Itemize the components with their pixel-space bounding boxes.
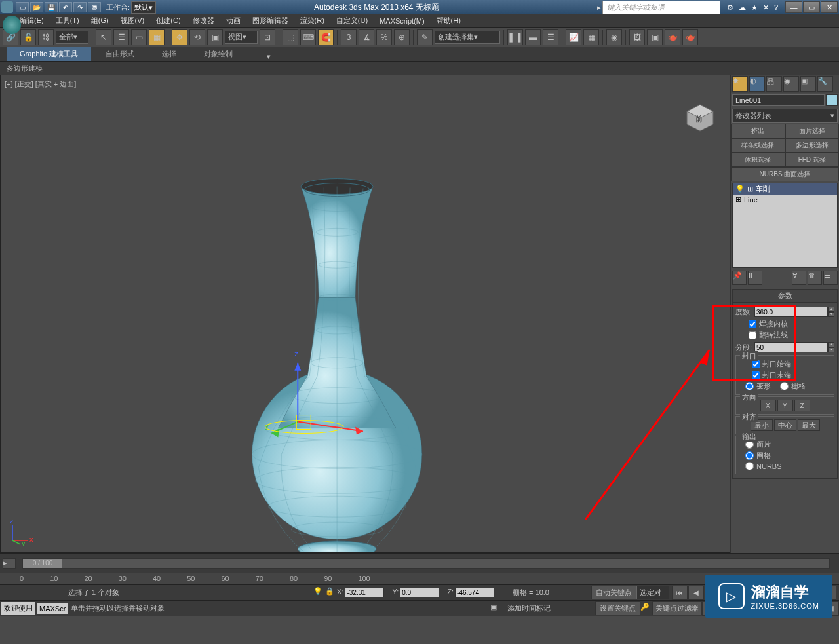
select-region-icon[interactable]: ▭ <box>131 29 147 45</box>
menu-view[interactable]: 视图(V) <box>121 16 145 26</box>
remove-mod-icon[interactable]: 🗑 <box>808 271 822 285</box>
render-frame-icon[interactable]: ▣ <box>647 29 663 45</box>
x-coord-input[interactable] <box>345 588 384 597</box>
auto-key-button[interactable]: 自动关键点 <box>591 586 636 599</box>
z-coord-input[interactable] <box>455 588 494 597</box>
menu-customize[interactable]: 自定义(U) <box>336 16 368 26</box>
mirror-icon[interactable]: ▌▐ <box>507 29 523 45</box>
render-last-icon[interactable]: 🫖 <box>682 29 698 45</box>
motion-tab-icon[interactable]: ◉ <box>783 76 799 92</box>
timeline-config-icon[interactable]: ▸ <box>3 558 16 569</box>
snap-icon[interactable]: 🧲 <box>318 29 334 45</box>
set-key-button[interactable]: 设置关键点 <box>595 601 640 615</box>
infocenter-icon[interactable]: ⚙ <box>727 3 733 12</box>
object-name-input[interactable]: Line001 <box>732 94 825 106</box>
tab-paint[interactable]: 对象绘制 <box>191 47 246 61</box>
object-color-swatch[interactable] <box>826 94 838 106</box>
degrees-input[interactable] <box>754 307 828 317</box>
mod-extrude[interactable]: 挤出 <box>731 124 785 138</box>
qat-new[interactable]: ▭ <box>16 2 29 12</box>
spin-down-icon[interactable]: ▾ <box>828 312 834 317</box>
keyboard-shortcut-icon[interactable]: ⌨ <box>300 29 316 45</box>
qat-redo[interactable]: ↷ <box>73 2 87 12</box>
y-coord-input[interactable] <box>400 588 439 597</box>
menu-edit[interactable]: 编辑(E) <box>20 16 44 26</box>
bind-icon[interactable]: ⛓ <box>38 29 54 45</box>
dir-x-button[interactable]: X <box>760 400 776 411</box>
rotate-icon[interactable]: ⟲ <box>189 29 205 45</box>
display-tab-icon[interactable]: ▣ <box>800 76 816 92</box>
morph-radio[interactable] <box>745 382 754 390</box>
key-mode-dropdown[interactable]: 选定对 <box>636 586 669 599</box>
menu-group[interactable]: 组(G) <box>91 16 109 26</box>
window-crossing-icon[interactable]: ▦ <box>149 29 165 45</box>
material-editor-icon[interactable]: ◉ <box>606 29 622 45</box>
view-cube[interactable]: 前 <box>684 102 716 134</box>
cloud-icon[interactable]: ☁ <box>739 3 746 12</box>
grid-radio[interactable] <box>780 382 789 390</box>
tab-selection[interactable]: 选择 <box>149 47 189 61</box>
out-mesh-radio[interactable] <box>745 451 754 460</box>
tab-freeform[interactable]: 自由形式 <box>92 47 147 61</box>
configure-icon[interactable]: ☰ <box>823 271 838 285</box>
application-button[interactable] <box>3 16 21 34</box>
render-icon[interactable]: 🫖 <box>665 29 680 45</box>
mod-splinesel[interactable]: 样条线选择 <box>731 138 785 153</box>
spinner-snap-icon[interactable]: ⊕ <box>394 29 410 45</box>
select-icon[interactable]: ↖ <box>96 29 111 45</box>
align-max-button[interactable]: 最大 <box>798 419 820 431</box>
star-icon[interactable]: ★ <box>751 3 758 12</box>
search-input[interactable]: 键入关键字或短语 <box>602 1 720 14</box>
menu-help[interactable]: 帮助(H) <box>437 16 461 26</box>
viewport-label[interactable]: [+] [正交] [真实 + 边面] <box>5 79 76 89</box>
lightbulb-icon[interactable]: 💡 <box>735 185 745 193</box>
dir-z-button[interactable]: Z <box>794 400 810 411</box>
add-time-tag[interactable]: 添加时间标记 <box>502 603 556 613</box>
named-set-dropdown[interactable]: 创建选择集 ▾ <box>435 31 500 44</box>
spin-up-icon[interactable]: ▴ <box>828 307 834 312</box>
menu-graph[interactable]: 图形编辑器 <box>252 16 288 26</box>
key-filters-icon[interactable]: 🔑 <box>640 603 652 615</box>
ribbon-subheader[interactable]: 多边形建模 <box>0 62 839 75</box>
menu-animation[interactable]: 动画 <box>226 16 241 26</box>
show-end-icon[interactable]: ⅠⅠ <box>748 271 762 285</box>
create-tab-icon[interactable]: ✸ <box>732 76 748 92</box>
render-setup-icon[interactable]: 🖼 <box>629 29 645 45</box>
goto-start-icon[interactable]: ⏮ <box>672 586 688 600</box>
isolate-icon[interactable]: ▣ <box>490 603 502 615</box>
snap-3-icon[interactable]: 3 <box>341 29 357 45</box>
mod-volsel[interactable]: 体积选择 <box>731 153 785 167</box>
modifier-list-dropdown[interactable]: 修改器列表▾ <box>732 109 838 123</box>
mod-ffdsel[interactable]: FFD 选择 <box>785 153 840 167</box>
weld-core-checkbox[interactable] <box>749 320 756 328</box>
cap-start-checkbox[interactable] <box>752 360 760 368</box>
out-nurbs-radio[interactable] <box>745 462 754 470</box>
qat-project[interactable]: ⛃ <box>88 2 101 12</box>
utilities-tab-icon[interactable]: 🔧 <box>817 76 833 92</box>
cap-end-checkbox[interactable] <box>752 371 760 379</box>
flip-normals-checkbox[interactable] <box>749 331 756 339</box>
pin-stack-icon[interactable]: 📌 <box>732 271 747 285</box>
unlink-icon[interactable]: 🔓 <box>20 29 36 45</box>
key-filter-button[interactable]: 关键点过滤器 <box>652 601 702 615</box>
percent-snap-icon[interactable]: % <box>376 29 392 45</box>
ribbon-expand-icon[interactable]: ▾ <box>267 52 271 61</box>
qat-save[interactable]: 💾 <box>45 2 58 12</box>
menu-rendering[interactable]: 渲染(R) <box>300 16 324 26</box>
ref-coord-dropdown[interactable]: 视图 ▾ <box>225 31 258 44</box>
close-button[interactable]: ✕ <box>821 1 838 13</box>
segments-input[interactable] <box>754 342 828 352</box>
mod-patchsel[interactable]: 面片选择 <box>785 124 840 138</box>
pivot-icon[interactable]: ⊡ <box>260 29 275 45</box>
edit-named-icon[interactable]: ✎ <box>417 29 433 45</box>
dir-y-button[interactable]: Y <box>777 400 793 411</box>
mod-polysel[interactable]: 多边形选择 <box>785 138 840 153</box>
move-icon[interactable]: ✥ <box>172 29 187 45</box>
scale-icon[interactable]: ▣ <box>207 29 223 45</box>
tab-graphite[interactable]: Graphite 建模工具 <box>7 47 91 61</box>
help-icon[interactable]: ? <box>774 3 778 12</box>
app-icon[interactable] <box>1 1 13 13</box>
qat-open[interactable]: 📂 <box>30 2 43 12</box>
time-slider[interactable]: 0 / 100 <box>22 558 830 569</box>
angle-snap-icon[interactable]: ∡ <box>359 29 374 45</box>
